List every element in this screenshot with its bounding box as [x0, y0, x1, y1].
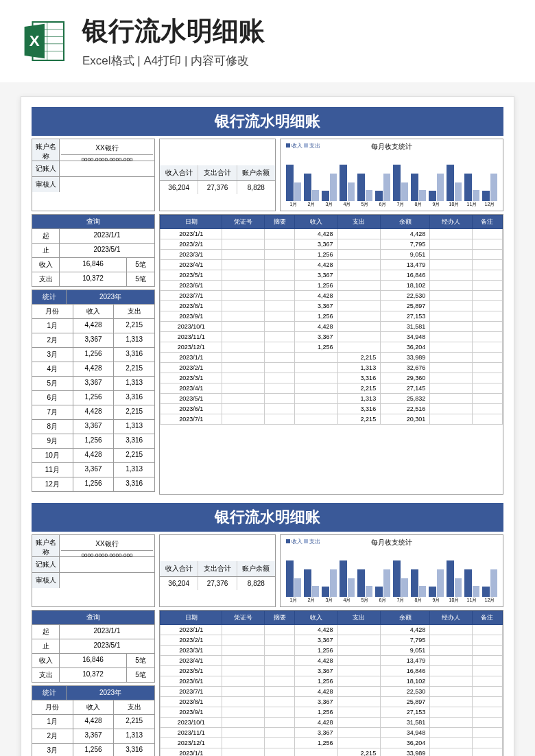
page-subtitle: Excel格式 | A4打印 | 内容可修改 [82, 53, 265, 69]
title-block: 银行流水明细账 Excel格式 | A4打印 | 内容可修改 [82, 14, 265, 69]
account-info: 账户名称XX银行0000-0000-0000-000 记账人 审核人 [32, 534, 155, 607]
totals: 收入合计支出合计账户余额 36,20427,3768,828 [159, 534, 276, 607]
ledger-table: 日期凭证号摘要收入支出余额经办人备注2023/1/14,4284,4282023… [159, 214, 503, 495]
totals: 收入合计支出合计账户余额 36,20427,3768,828 [159, 139, 276, 211]
sheet-title: 银行流水明细账 [32, 503, 503, 532]
query-panel: 查询 起2023/1/1 止2023/5/1 收入16,8465笔 支出10,3… [32, 214, 155, 287]
svg-text:X: X [29, 32, 40, 49]
query-panel: 查询 起2023/1/1 止2023/5/1 收入16,8465笔 支出10,3… [32, 610, 155, 683]
page-title: 银行流水明细账 [82, 14, 265, 49]
svg-rect-5 [47, 22, 48, 60]
account-info: 账户名称XX银行0000-0000-0000-000 记账人 审核人 [32, 139, 155, 211]
ledger-sheet: 银行流水明细账 账户名称XX银行0000-0000-0000-000 记账人 审… [32, 503, 503, 756]
ledger-sheet: 银行流水明细账 账户名称XX银行0000-0000-0000-000 记账人 审… [32, 107, 503, 495]
sheet-title: 银行流水明细账 [32, 107, 503, 136]
page-header: X 银行流水明细账 Excel格式 | A4打印 | 内容可修改 [0, 0, 535, 82]
stats-panel: 统计2023年 月份收入支出 1月4,4282,2152月3,3671,3133… [32, 290, 155, 492]
monthly-chart: 收入 支出 每月收支统计 1月2月3月4月5月6月7月8月9月10月11月12月 [280, 139, 503, 211]
excel-icon: X [21, 17, 69, 65]
ledger-table: 日期凭证号摘要收入支出余额经办人备注2023/1/14,4284,4282023… [159, 610, 503, 756]
document-page: 银行流水明细账 账户名称XX银行0000-0000-0000-000 记账人 审… [21, 96, 514, 756]
monthly-chart: 收入 支出 每月收支统计 1月2月3月4月5月6月7月8月9月10月11月12月 [280, 534, 503, 607]
stats-panel: 统计2023年 月份收入支出 1月4,4282,2152月3,3671,3133… [32, 685, 155, 756]
